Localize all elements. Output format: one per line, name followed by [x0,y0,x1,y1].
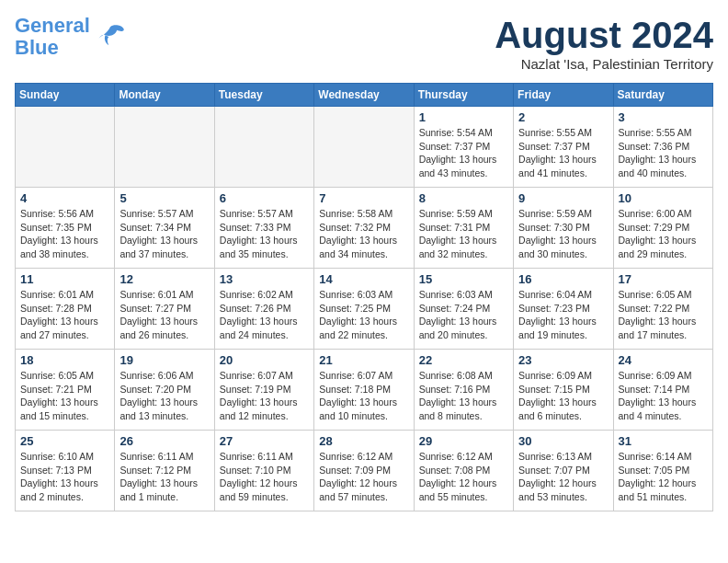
calendar-cell: 13Sunrise: 6:02 AMSunset: 7:26 PMDayligh… [214,269,313,350]
calendar-cell: 2Sunrise: 5:55 AMSunset: 7:37 PMDaylight… [514,107,613,188]
logo-line2: Blue [15,36,59,59]
day-info: Sunrise: 5:59 AMSunset: 7:31 PMDaylight:… [419,207,508,261]
day-info: Sunrise: 6:09 AMSunset: 7:14 PMDaylight:… [619,369,708,423]
day-number: 5 [119,191,209,205]
day-number: 21 [319,353,408,367]
day-info: Sunrise: 6:00 AMSunset: 7:29 PMDaylight:… [619,207,708,261]
day-info: Sunrise: 6:14 AMSunset: 7:05 PMDaylight:… [619,450,708,504]
day-number: 2 [518,110,608,124]
calendar-cell: 12Sunrise: 6:01 AMSunset: 7:27 PMDayligh… [115,269,214,350]
calendar-cell: 30Sunrise: 6:13 AMSunset: 7:07 PMDayligh… [514,431,613,511]
day-info: Sunrise: 5:55 AMSunset: 7:36 PMDaylight:… [619,126,708,180]
calendar-cell: 18Sunrise: 6:05 AMSunset: 7:21 PMDayligh… [16,350,115,431]
week-row-2: 4Sunrise: 5:56 AMSunset: 7:35 PMDaylight… [16,188,713,269]
calendar-cell: 24Sunrise: 6:09 AMSunset: 7:14 PMDayligh… [613,350,712,431]
day-number: 18 [20,353,109,367]
day-info: Sunrise: 6:12 AMSunset: 7:08 PMDaylight:… [419,450,508,504]
calendar-cell: 11Sunrise: 6:01 AMSunset: 7:28 PMDayligh… [16,269,115,350]
day-info: Sunrise: 6:07 AMSunset: 7:18 PMDaylight:… [319,369,408,423]
day-number: 4 [20,191,109,205]
day-number: 17 [619,272,708,286]
day-info: Sunrise: 5:57 AMSunset: 7:33 PMDaylight:… [220,207,309,261]
day-info: Sunrise: 5:54 AMSunset: 7:37 PMDaylight:… [419,126,508,180]
day-number: 23 [518,353,608,367]
day-number: 27 [220,434,309,448]
weekday-header-friday: Friday [514,84,613,107]
calendar-cell: 5Sunrise: 5:57 AMSunset: 7:34 PMDaylight… [115,188,214,269]
logo-text: General Blue [15,15,90,59]
location: Nazlat 'Isa, Palestinian Territory [495,56,713,72]
calendar-cell: 17Sunrise: 6:05 AMSunset: 7:22 PMDayligh… [613,269,712,350]
month-title: August 2024 [495,15,713,56]
day-number: 10 [619,191,708,205]
calendar-cell: 1Sunrise: 5:54 AMSunset: 7:37 PMDaylight… [414,107,513,188]
logo-line1: General [15,14,90,37]
day-info: Sunrise: 5:56 AMSunset: 7:35 PMDaylight:… [20,207,109,261]
day-number: 15 [419,272,508,286]
day-number: 13 [220,272,309,286]
day-info: Sunrise: 6:06 AMSunset: 7:20 PMDaylight:… [119,369,209,423]
day-number: 29 [419,434,508,448]
day-number: 9 [518,191,608,205]
week-row-5: 25Sunrise: 6:10 AMSunset: 7:13 PMDayligh… [16,431,713,511]
calendar-cell: 29Sunrise: 6:12 AMSunset: 7:08 PMDayligh… [414,431,513,511]
day-info: Sunrise: 6:04 AMSunset: 7:23 PMDaylight:… [518,288,608,342]
calendar-cell: 16Sunrise: 6:04 AMSunset: 7:23 PMDayligh… [514,269,613,350]
calendar-cell: 23Sunrise: 6:09 AMSunset: 7:15 PMDayligh… [514,350,613,431]
day-info: Sunrise: 6:11 AMSunset: 7:12 PMDaylight:… [119,450,209,504]
calendar-cell: 25Sunrise: 6:10 AMSunset: 7:13 PMDayligh… [16,431,115,511]
calendar-cell: 27Sunrise: 6:11 AMSunset: 7:10 PMDayligh… [214,431,313,511]
calendar-cell [16,107,115,188]
calendar-cell: 26Sunrise: 6:11 AMSunset: 7:12 PMDayligh… [115,431,214,511]
day-info: Sunrise: 6:03 AMSunset: 7:24 PMDaylight:… [419,288,508,342]
day-number: 14 [319,272,408,286]
day-info: Sunrise: 6:13 AMSunset: 7:07 PMDaylight:… [518,450,608,504]
calendar-cell: 8Sunrise: 5:59 AMSunset: 7:31 PMDaylight… [414,188,513,269]
day-info: Sunrise: 6:12 AMSunset: 7:09 PMDaylight:… [319,450,408,504]
calendar-table: SundayMondayTuesdayWednesdayThursdayFrid… [15,83,713,511]
day-info: Sunrise: 5:59 AMSunset: 7:30 PMDaylight:… [518,207,608,261]
weekday-header-wednesday: Wednesday [314,84,414,107]
weekday-header-thursday: Thursday [414,84,513,107]
day-number: 1 [419,110,508,124]
day-info: Sunrise: 6:08 AMSunset: 7:16 PMDaylight:… [419,369,508,423]
calendar-cell: 21Sunrise: 6:07 AMSunset: 7:18 PMDayligh… [314,350,414,431]
day-number: 26 [119,434,209,448]
calendar-cell: 7Sunrise: 5:58 AMSunset: 7:32 PMDaylight… [314,188,414,269]
day-info: Sunrise: 6:09 AMSunset: 7:15 PMDaylight:… [518,369,608,423]
day-number: 25 [20,434,109,448]
logo: General Blue [15,15,127,59]
calendar-cell [314,107,414,188]
day-number: 7 [319,191,408,205]
weekday-header-row: SundayMondayTuesdayWednesdayThursdayFrid… [16,84,713,107]
weekday-header-sunday: Sunday [16,84,115,107]
day-number: 24 [619,353,708,367]
weekday-header-tuesday: Tuesday [214,84,313,107]
day-info: Sunrise: 6:01 AMSunset: 7:28 PMDaylight:… [20,288,109,342]
day-info: Sunrise: 6:02 AMSunset: 7:26 PMDaylight:… [220,288,309,342]
day-info: Sunrise: 6:11 AMSunset: 7:10 PMDaylight:… [220,450,309,504]
calendar-cell: 28Sunrise: 6:12 AMSunset: 7:09 PMDayligh… [314,431,414,511]
day-info: Sunrise: 6:01 AMSunset: 7:27 PMDaylight:… [119,288,209,342]
calendar-cell: 9Sunrise: 5:59 AMSunset: 7:30 PMDaylight… [514,188,613,269]
day-info: Sunrise: 6:07 AMSunset: 7:19 PMDaylight:… [220,369,309,423]
week-row-1: 1Sunrise: 5:54 AMSunset: 7:37 PMDaylight… [16,107,713,188]
day-info: Sunrise: 6:05 AMSunset: 7:22 PMDaylight:… [619,288,708,342]
day-number: 6 [220,191,309,205]
calendar-cell: 15Sunrise: 6:03 AMSunset: 7:24 PMDayligh… [414,269,513,350]
day-info: Sunrise: 5:57 AMSunset: 7:34 PMDaylight:… [119,207,209,261]
day-info: Sunrise: 6:03 AMSunset: 7:25 PMDaylight:… [319,288,408,342]
day-number: 16 [518,272,608,286]
calendar-cell: 20Sunrise: 6:07 AMSunset: 7:19 PMDayligh… [214,350,313,431]
calendar-cell [214,107,313,188]
weekday-header-saturday: Saturday [613,84,712,107]
calendar-cell: 14Sunrise: 6:03 AMSunset: 7:25 PMDayligh… [314,269,414,350]
day-info: Sunrise: 5:58 AMSunset: 7:32 PMDaylight:… [319,207,408,261]
weekday-header-monday: Monday [115,84,214,107]
day-number: 30 [518,434,608,448]
calendar-cell: 10Sunrise: 6:00 AMSunset: 7:29 PMDayligh… [613,188,712,269]
week-row-3: 11Sunrise: 6:01 AMSunset: 7:28 PMDayligh… [16,269,713,350]
calendar-cell: 31Sunrise: 6:14 AMSunset: 7:05 PMDayligh… [613,431,712,511]
day-number: 22 [419,353,508,367]
calendar-cell: 22Sunrise: 6:08 AMSunset: 7:16 PMDayligh… [414,350,513,431]
